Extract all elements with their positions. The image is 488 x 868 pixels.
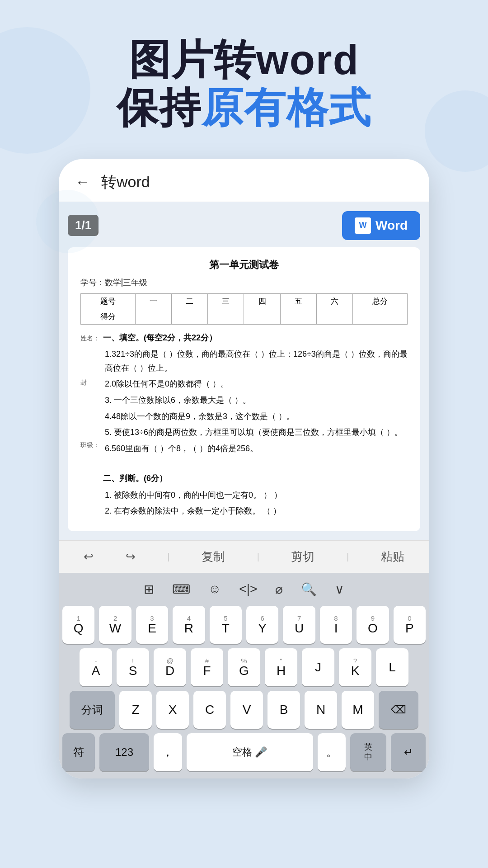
cut-button[interactable]: 剪切 [291,549,314,565]
copy-button[interactable]: 复制 [202,549,225,565]
key-en[interactable]: 英中 [350,733,386,771]
toolbar-sep1: | [167,552,169,562]
kb-code-btn[interactable]: <|> [233,577,263,601]
key-z[interactable]: Z [119,691,152,729]
key-c[interactable]: C [193,691,226,729]
table-header-0: 题号 [81,293,136,309]
key-x[interactable]: X [156,691,189,729]
doc-meta: 学号： 数学三年级 [80,277,408,288]
paste-button[interactable]: 粘贴 [381,549,404,565]
keyboard-func-row: ⊞ ⌨ ☺ <|> ⌀ 🔍 ∨ [62,577,426,601]
kb-link-btn[interactable]: ⌀ [269,577,289,601]
kb-grid-btn[interactable]: ⊞ [137,577,160,601]
table-cell-1 [135,309,171,324]
key-k[interactable]: ?K [339,648,371,686]
kb-keyboard-btn[interactable]: ⌨ [166,577,197,601]
word-icon-w: W [359,221,366,230]
table-header-3: 三 [208,293,244,309]
doc-rows: 姓名： 封 班级： 一、填空。(每空2分，共22分） 1.321÷3的商是（ ）… [80,331,408,520]
q5: 5. 要使13÷6的商是两位数，方框里可以填（要使商是三位数，方框里最小填（ ）… [103,425,408,439]
q2: 2.0除以任何不是0的数都得（ ）。 [103,377,408,391]
word-icon: W [355,217,371,234]
key-r[interactable]: 4R [173,606,205,644]
side-label-name: 姓名： [80,335,99,343]
key-123[interactable]: 123 [99,733,149,771]
key-m[interactable]: M [342,691,374,729]
key-fenci[interactable]: 分词 [70,691,115,729]
key-d[interactable]: @D [154,648,186,686]
key-v[interactable]: V [230,691,263,729]
key-w[interactable]: 2W [99,606,131,644]
doc-sections: 一、填空。(每空2分，共22分） 1.321÷3的商是（ ）位数，商的最高位在（… [103,331,408,520]
kb-search-btn[interactable]: 🔍 [295,577,323,601]
key-b[interactable]: B [267,691,300,729]
top-bar: ← 转word [59,159,429,202]
key-u[interactable]: 7U [283,606,315,644]
p2: 2. 在有余数的除法中，余数一定小于除数。 （ ） [103,504,408,518]
kb-row-4: 符 123 ， 空格 🎤 。 英中 ↵ [62,733,426,771]
word-button[interactable]: W Word [342,211,420,240]
toolbar-sep3: | [347,552,349,562]
table-cell-7 [353,309,408,324]
p1: 1. 被除数的中间有0，商的中间也一定有0。 ） ） [103,488,408,502]
hero-line1: 图片转word [27,36,461,84]
table-header-5: 五 [280,293,316,309]
q4: 4.48除以一个数的商是9，余数是3，这个数是（ ）。 [103,410,408,424]
hero-line2-prefix: 保持 [117,85,202,131]
key-a[interactable]: -A [80,648,112,686]
key-dot[interactable]: 。 [318,733,346,771]
doc-title: 第一单元测试卷 [80,258,408,272]
key-g[interactable]: %G [228,648,260,686]
table-row-label: 得分 [81,309,136,324]
key-f[interactable]: #F [191,648,223,686]
table-header-1: 一 [135,293,171,309]
back-button[interactable]: ← [75,173,90,191]
side-labels: 姓名： 封 班级： [80,331,99,520]
side-label-seal: 封 [80,379,99,387]
key-comma[interactable]: ， [154,733,182,771]
keyboard-keys: 1Q 2W 3E 4R 5T 6Y 7U 8I 9O 0P -A !S @D #… [62,606,426,771]
meta-value: 数学三年级 [105,277,147,288]
q1: 1.321÷3的商是（ ）位数，商的最高位在（ ）位上；126÷3的商是（ ）位… [103,347,408,375]
content-area: 1/1 W Word 第一单元测试卷 学号： 数学三年级 [59,202,429,540]
key-p[interactable]: 0P [394,606,426,644]
meta-prefix: 数学 [105,277,121,288]
table-cell-3 [208,309,244,324]
section2-title: 二、判断。(6分） [103,472,408,486]
meta-label: 学号： [80,277,105,288]
hero-line2: 保持原有格式 [27,84,461,132]
key-space[interactable]: 空格 🎤 [187,733,313,771]
key-i[interactable]: 8I [320,606,352,644]
kb-row-3: 分词 Z X C V B N M ⌫ [62,691,426,729]
kb-emoji-btn[interactable]: ☺ [202,577,228,601]
table-header-6: 六 [317,293,353,309]
key-sym[interactable]: 符 [62,733,95,771]
key-l[interactable]: L [376,648,408,686]
table-header-4: 四 [244,293,280,309]
page-title: 转word [101,172,150,193]
table-cell-6 [317,309,353,324]
key-h[interactable]: "H [265,648,297,686]
key-q[interactable]: 1Q [62,606,94,644]
key-t[interactable]: 5T [210,606,242,644]
table-header-2: 二 [171,293,207,309]
page-controls: 1/1 W Word [68,211,420,240]
key-n[interactable]: N [305,691,337,729]
key-j[interactable]: J [302,648,334,686]
kb-collapse-btn[interactable]: ∨ [328,577,351,601]
redo-button[interactable]: ↪ [126,550,136,564]
key-o[interactable]: 9O [357,606,389,644]
key-enter[interactable]: ↵ [391,733,426,771]
kb-row-1: 1Q 2W 3E 4R 5T 6Y 7U 8I 9O 0P [62,606,426,644]
q3: 3. 一个三位数除以6，余数最大是（ ）。 [103,393,408,407]
undo-button[interactable]: ↩ [84,550,94,564]
key-s[interactable]: !S [117,648,149,686]
side-label-class: 班级： [80,441,99,449]
word-button-label: Word [375,218,408,233]
table-cell-4 [244,309,280,324]
key-y[interactable]: 6Y [246,606,278,644]
key-e[interactable]: 3E [136,606,168,644]
key-delete[interactable]: ⌫ [379,691,418,729]
q6: 6.560里面有（ ）个8，（ ）的4倍是256。 [103,442,408,456]
phone-mockup: ← 转word 1/1 W Word 第一单元测试卷 学号： [59,159,429,778]
